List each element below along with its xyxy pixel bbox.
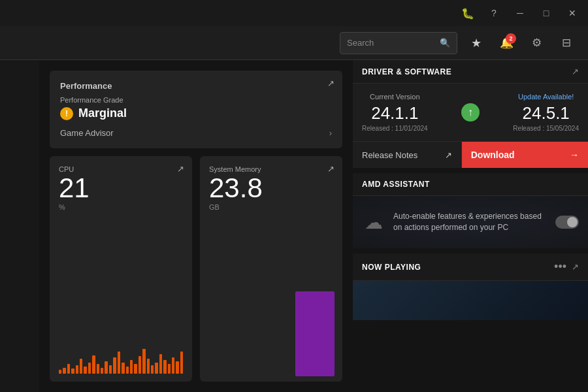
- bug-icon: 🐛: [461, 7, 474, 20]
- notification-badge: 2: [506, 33, 516, 44]
- cpu-bar: [130, 360, 133, 374]
- driver-info: Current Version 24.1.1 Released : 11/01/…: [353, 84, 588, 141]
- arrow-up-icon: ↑: [461, 103, 480, 122]
- help-button[interactable]: ?: [483, 3, 504, 24]
- center-panel: ↗ Performance Performance Grade ! Margin…: [39, 60, 353, 392]
- cpu-bar: [122, 363, 124, 374]
- now-playing-title: NOW PLAYING: [362, 263, 421, 272]
- cpu-value: 21: [59, 174, 183, 202]
- cloud-icon: ☁: [365, 212, 383, 233]
- cpu-bar: [105, 361, 107, 374]
- cpu-bar: [67, 364, 70, 374]
- cpu-bar: [159, 354, 162, 374]
- notifications-button[interactable]: 🔔 2: [495, 32, 517, 54]
- cpu-bar: [168, 364, 171, 374]
- favorites-button[interactable]: ★: [465, 32, 487, 54]
- cpu-bar: [176, 361, 178, 374]
- search-box[interactable]: 🔍: [340, 32, 457, 54]
- search-input[interactable]: [347, 38, 434, 48]
- current-version-date: Released : 11/01/2024: [362, 125, 428, 132]
- cpu-bar: [113, 357, 116, 374]
- cpu-card: ↗ CPU 21 %: [50, 156, 192, 382]
- cpu-bar: [84, 367, 86, 374]
- game-advisor-row[interactable]: Game Advisor ›: [60, 128, 332, 138]
- profile-icon: ⊟: [562, 36, 571, 50]
- release-notes-button[interactable]: Release Notes ↗: [353, 142, 462, 168]
- metrics-row: ↗ CPU 21 % ↗ System Memory 23.8 GB: [50, 156, 342, 382]
- app-window: 🐛 ? ─ □ ✕ 🔍 ★ 🔔 2 ⚙ ⊟: [0, 0, 588, 392]
- top-bar: 🔍 ★ 🔔 2 ⚙ ⊟: [0, 26, 588, 60]
- close-icon: ✕: [568, 8, 576, 18]
- cpu-bar: [180, 351, 183, 374]
- current-version-label: Current Version: [362, 93, 428, 101]
- driver-title: DRIVER & SOFTWARE: [362, 67, 451, 76]
- update-arrow: ↑: [460, 103, 481, 122]
- bug-report-button[interactable]: 🐛: [457, 3, 478, 24]
- performance-expand-icon[interactable]: ↗: [327, 78, 335, 88]
- assistant-content: ☁ Auto-enable features & experiences bas…: [353, 196, 588, 248]
- main-content: ↗ Performance Performance Grade ! Margin…: [0, 60, 588, 392]
- cpu-bar: [63, 368, 65, 374]
- cpu-bar: [163, 360, 166, 374]
- close-button[interactable]: ✕: [562, 3, 583, 24]
- driver-expand-icon[interactable]: ↗: [572, 67, 579, 76]
- now-playing-content: [353, 281, 588, 320]
- right-panel: DRIVER & SOFTWARE ↗ Current Version 24.1…: [353, 60, 588, 392]
- cpu-bar: [155, 363, 157, 374]
- now-playing-header: NOW PLAYING ••• ↗: [353, 253, 588, 281]
- performance-grade-value: ! Marginal: [60, 106, 332, 120]
- performance-card: ↗ Performance Performance Grade ! Margin…: [50, 71, 342, 148]
- cpu-bar: [118, 351, 120, 374]
- current-version-block: Current Version 24.1.1 Released : 11/01/…: [362, 93, 428, 132]
- cpu-bar: [97, 364, 99, 374]
- update-version-date: Released : 15/05/2024: [513, 125, 579, 132]
- left-sidebar: [0, 60, 39, 392]
- cpu-bar: [134, 364, 137, 374]
- help-icon: ?: [491, 8, 497, 18]
- assistant-icon: ☁: [362, 210, 385, 234]
- settings-button[interactable]: ⚙: [525, 32, 547, 54]
- cpu-bar: [71, 368, 74, 374]
- cpu-bar: [101, 368, 103, 374]
- minimize-button[interactable]: ─: [510, 3, 531, 24]
- cpu-bar: [147, 359, 150, 374]
- search-icon: 🔍: [440, 38, 450, 48]
- maximize-icon: □: [544, 8, 549, 18]
- toggle-knob: [567, 217, 578, 227]
- download-button[interactable]: Download →: [462, 142, 588, 168]
- cpu-unit: %: [59, 203, 183, 211]
- memory-card: ↗ System Memory 23.8 GB: [200, 156, 342, 382]
- cpu-chart: [59, 348, 183, 374]
- update-version-label: Update Available!: [513, 93, 579, 101]
- maximize-button[interactable]: □: [536, 3, 557, 24]
- game-advisor-label: Game Advisor: [60, 128, 114, 138]
- assistant-section: AMD ASSISTANT ☁ Auto-enable features & e…: [353, 173, 588, 248]
- cpu-bar: [172, 357, 174, 374]
- cpu-bar: [80, 359, 82, 374]
- cpu-bar: [151, 365, 154, 374]
- title-bar: 🐛 ? ─ □ ✕: [0, 0, 588, 26]
- grade-text: Marginal: [78, 106, 127, 120]
- release-notes-label: Release Notes: [362, 150, 417, 160]
- update-version-block: Update Available! 24.5.1 Released : 15/0…: [513, 93, 579, 132]
- current-version-number: 24.1.1: [362, 103, 428, 123]
- memory-chart: [290, 156, 342, 382]
- now-playing-expand-icon[interactable]: ↗: [572, 262, 579, 272]
- performance-grade-label: Performance Grade: [60, 96, 332, 104]
- gear-icon: ⚙: [532, 36, 542, 50]
- profile-button[interactable]: ⊟: [555, 32, 578, 54]
- assistant-description: Auto-enable features & experiences based…: [393, 211, 547, 233]
- download-label: Download: [471, 150, 515, 160]
- cpu-bar: [88, 363, 91, 374]
- chevron-right-icon: ›: [329, 128, 332, 138]
- update-version-number: 24.5.1: [513, 103, 579, 123]
- assistant-toggle[interactable]: [555, 216, 579, 229]
- cpu-bar: [139, 356, 141, 374]
- cpu-bar: [76, 365, 78, 374]
- release-notes-icon: ↗: [445, 150, 452, 160]
- cpu-bar: [59, 370, 61, 374]
- minimize-icon: ─: [517, 8, 523, 18]
- warning-icon: !: [60, 107, 73, 120]
- cpu-bar: [109, 365, 112, 374]
- cpu-expand-icon[interactable]: ↗: [177, 164, 184, 174]
